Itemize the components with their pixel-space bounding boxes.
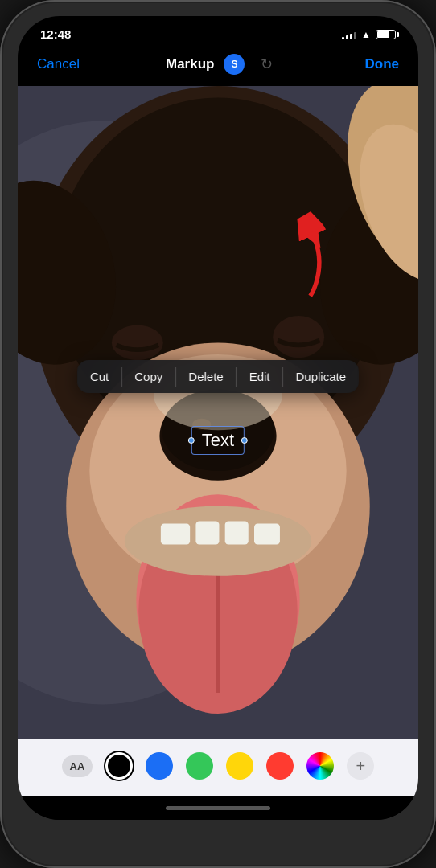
- status-time: 12:48: [40, 27, 71, 41]
- color-rainbow-swatch[interactable]: [306, 752, 334, 780]
- battery-icon: [376, 30, 396, 39]
- text-annotation-value: Text: [202, 430, 234, 451]
- color-yellow-swatch[interactable]: [226, 752, 253, 780]
- dog-photo: Cut Copy Delete Edit Duplicate: [18, 86, 418, 739]
- battery-fill: [377, 31, 389, 38]
- signal-bar-4: [354, 32, 356, 39]
- text-handle-right[interactable]: [241, 437, 248, 444]
- svg-rect-20: [225, 522, 249, 545]
- done-button[interactable]: Done: [364, 56, 399, 72]
- context-menu-duplicate[interactable]: Duplicate: [283, 360, 360, 393]
- color-red-swatch[interactable]: [266, 752, 294, 780]
- shazam-letter: S: [231, 59, 237, 70]
- svg-point-12: [273, 316, 324, 358]
- cancel-button[interactable]: Cancel: [37, 56, 80, 72]
- signal-bars-icon: [342, 30, 356, 39]
- redo-button[interactable]: ↻: [254, 52, 278, 76]
- dog-illustration: [18, 86, 418, 739]
- color-blue-swatch[interactable]: [146, 752, 173, 780]
- context-menu: Cut Copy Delete Edit Duplicate: [77, 360, 359, 393]
- redo-icon: ↻: [261, 55, 273, 73]
- svg-rect-19: [195, 522, 219, 545]
- home-bar-line: [166, 806, 270, 810]
- svg-rect-18: [161, 523, 190, 544]
- svg-rect-21: [254, 523, 280, 544]
- signal-bar-2: [346, 35, 348, 39]
- status-icons: ▲: [342, 29, 396, 40]
- phone-screen: 12:48 ▲ Cancel Markup S: [18, 16, 418, 820]
- nav-center: Markup S ↻: [166, 52, 278, 76]
- phone-frame: 12:48 ▲ Cancel Markup S: [0, 0, 436, 868]
- nav-bar: Cancel Markup S ↻ Done: [18, 46, 418, 86]
- page-title: Markup: [166, 56, 214, 72]
- wifi-icon: ▲: [361, 29, 371, 40]
- home-bar: [18, 796, 418, 820]
- color-green-swatch[interactable]: [186, 752, 213, 780]
- bottom-toolbar: AA +: [18, 739, 418, 796]
- font-size-button[interactable]: AA: [62, 755, 93, 777]
- signal-bar-1: [342, 37, 344, 39]
- svg-point-11: [112, 326, 163, 361]
- context-menu-delete[interactable]: Delete: [175, 360, 236, 393]
- color-black-swatch[interactable]: [105, 752, 133, 780]
- add-icon: +: [356, 757, 366, 776]
- text-annotation[interactable]: Text: [191, 426, 245, 455]
- shazam-icon-button[interactable]: S: [224, 54, 245, 75]
- text-handle-left[interactable]: [188, 437, 195, 444]
- signal-bar-3: [350, 34, 352, 39]
- context-menu-edit[interactable]: Edit: [237, 360, 283, 393]
- image-area[interactable]: Cut Copy Delete Edit Duplicate: [18, 86, 418, 739]
- context-menu-copy[interactable]: Copy: [121, 360, 175, 393]
- add-color-button[interactable]: +: [347, 752, 374, 780]
- context-menu-cut[interactable]: Cut: [77, 360, 121, 393]
- notch: [146, 16, 290, 43]
